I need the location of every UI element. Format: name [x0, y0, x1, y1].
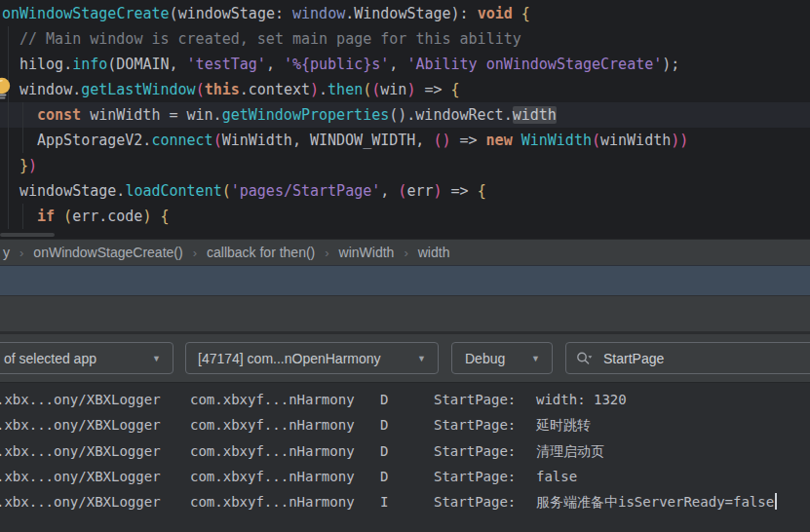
indent-guide — [22, 128, 23, 153]
log-tag: .xbx...ony/XBXLogger — [0, 387, 161, 412]
chevron-down-icon: ▼ — [152, 354, 161, 363]
code-line: const winWidth = win.getWindowProperties… — [0, 102, 810, 128]
breadcrumb-separator: › — [325, 246, 328, 260]
breadcrumb-item[interactable]: callback for then() — [207, 245, 315, 260]
code-line: AppStorageV2.connect(WinWidth, WINDOW_WI… — [0, 128, 810, 153]
indent-guide — [8, 153, 9, 178]
code-text: onWindowStageCreate(windowStage: window.… — [0, 1, 530, 26]
code-line: windowStage.loadContent('pages/StartPage… — [0, 178, 810, 204]
log-row[interactable]: .xbx...ony/XBXLoggercom.xbxyf...nHarmony… — [0, 464, 810, 489]
log-page: StartPage: — [434, 464, 516, 489]
code-line: window.getLastWindow(this.context).then(… — [0, 77, 810, 102]
log-page: StartPage: — [434, 438, 516, 464]
code-line: if (err.code) { — [0, 204, 810, 229]
breadcrumb-separator: › — [404, 246, 407, 260]
breadcrumb-separator: › — [19, 246, 23, 260]
ide-window: { "editor": { "lines": [ {"indent":0,"hi… — [0, 0, 810, 532]
app-filter-label: of selected app — [4, 351, 96, 366]
log-page: StartPage: — [434, 412, 516, 437]
log-pkg: com.xbxyf...nHarmony — [190, 412, 355, 437]
app-filter-dropdown[interactable]: of selected app ▼ — [0, 342, 174, 374]
log-tag: .xbx...ony/XBXLogger — [0, 438, 161, 464]
log-level: D — [380, 464, 388, 489]
intention-bulb-icon[interactable] — [0, 77, 13, 100]
log-tag: .xbx...ony/XBXLogger — [0, 464, 161, 489]
indent-guide — [8, 128, 9, 153]
indent-guide — [8, 102, 9, 128]
code-text: hilog.info(DOMAIN, 'testTag', '%{public}… — [0, 52, 679, 77]
indent-guide — [8, 204, 9, 229]
breadcrumb-item[interactable]: width — [418, 245, 450, 260]
log-row[interactable]: .xbx...ony/XBXLoggercom.xbxyf...nHarmony… — [0, 438, 810, 464]
indent-guide — [8, 52, 9, 77]
indent-guide — [8, 178, 9, 204]
log-level: D — [380, 387, 388, 412]
log-level: D — [380, 438, 388, 464]
selected-tab-strip[interactable] — [0, 265, 810, 295]
log-search-box[interactable] — [565, 342, 810, 374]
log-tag: .xbx...ony/XBXLogger — [0, 489, 161, 514]
code-line: onWindowStageCreate(windowStage: window.… — [0, 1, 810, 26]
log-page: StartPage: — [434, 489, 516, 514]
log-filter-toolbar: of selected app ▼ [47174] com...nOpenHar… — [0, 334, 810, 382]
text-caret — [775, 493, 777, 510]
log-msg: 延时跳转 — [536, 412, 591, 437]
log-tag: .xbx...ony/XBXLogger — [0, 412, 161, 437]
code-editor[interactable]: onWindowStageCreate(windowStage: window.… — [0, 0, 810, 239]
code-text: // Main window is created, set main page… — [0, 26, 521, 52]
search-icon — [576, 351, 594, 365]
code-text: if (err.code) { — [0, 204, 169, 229]
chevron-down-icon: ▼ — [417, 354, 426, 363]
process-filter-dropdown[interactable]: [47174] com...nOpenHarmony ▼ — [185, 342, 439, 374]
log-pkg: com.xbxyf...nHarmony — [190, 387, 355, 412]
code-text: AppStorageV2.connect(WinWidth, WINDOW_WI… — [0, 128, 688, 153]
log-pkg: com.xbxyf...nHarmony — [190, 438, 355, 464]
breadcrumb: y›onWindowStageCreate()›callback for the… — [0, 239, 810, 265]
log-list[interactable]: .xbx...ony/XBXLoggercom.xbxyf...nHarmony… — [0, 382, 810, 532]
log-search-input[interactable] — [601, 350, 791, 367]
indent-guide — [22, 204, 23, 229]
code-line: }) — [0, 153, 810, 178]
log-row[interactable]: .xbx...ony/XBXLoggercom.xbxyf...nHarmony… — [0, 387, 810, 412]
indent-guide — [8, 26, 9, 52]
panel-strip — [0, 295, 810, 331]
log-level-label: Debug — [465, 351, 505, 366]
code-line: hilog.info(DOMAIN, 'testTag', '%{public}… — [0, 52, 810, 77]
log-msg: 服务端准备中isServerReady=false — [536, 489, 777, 514]
breadcrumb-item[interactable]: y — [3, 245, 10, 260]
breadcrumb-item[interactable]: winWidth — [339, 245, 395, 260]
indent-guide — [22, 102, 23, 128]
code-text: window.getLastWindow(this.context).then(… — [0, 77, 460, 102]
log-page: StartPage: — [434, 387, 516, 412]
code-lines: onWindowStageCreate(windowStage: window.… — [0, 1, 810, 229]
code-line: // Main window is created, set main page… — [0, 26, 810, 52]
process-filter-label: [47174] com...nOpenHarmony — [198, 351, 381, 366]
breadcrumb-separator: › — [193, 246, 197, 260]
horizontal-scrollbar[interactable] — [0, 233, 55, 237]
log-row[interactable]: .xbx...ony/XBXLoggercom.xbxyf...nHarmony… — [0, 412, 810, 437]
log-level: I — [380, 489, 388, 514]
log-pkg: com.xbxyf...nHarmony — [190, 464, 355, 489]
code-text: windowStage.loadContent('pages/StartPage… — [0, 178, 486, 204]
code-text: const winWidth = win.getWindowProperties… — [0, 102, 557, 128]
log-msg: width: 1320 — [536, 387, 627, 412]
log-msg: 清理启动页 — [536, 438, 604, 464]
log-row[interactable]: .xbx...ony/XBXLoggercom.xbxyf...nHarmony… — [0, 489, 810, 514]
chevron-down-icon: ▼ — [531, 354, 540, 363]
log-msg: false — [536, 464, 577, 489]
log-pkg: com.xbxyf...nHarmony — [190, 489, 355, 514]
log-level-dropdown[interactable]: Debug ▼ — [451, 342, 553, 374]
log-level: D — [380, 412, 388, 437]
code-text: }) — [0, 153, 37, 178]
breadcrumb-item[interactable]: onWindowStageCreate() — [33, 245, 182, 260]
